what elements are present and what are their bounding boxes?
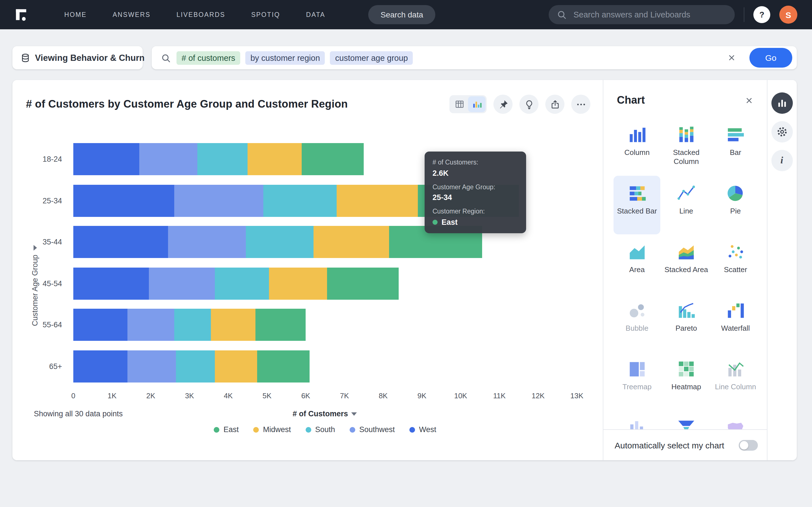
nav-divider — [744, 7, 744, 22]
chart-type-bar[interactable]: Bar — [712, 117, 759, 176]
chart-type-treemap[interactable]: Treemap — [613, 351, 661, 410]
chart-type-area[interactable]: Area — [613, 234, 661, 293]
chart-view-button[interactable] — [468, 96, 486, 112]
legend-item-midwest[interactable]: Midwest — [253, 425, 291, 434]
chart-row: 45-54 — [12, 263, 603, 304]
data-source-selector[interactable]: Viewing Behavior & Churn — [12, 46, 143, 69]
chart-type-funnel-chart[interactable] — [663, 410, 710, 429]
data-points-note: Showing all 30 data points — [34, 409, 123, 418]
pin-button[interactable] — [493, 95, 513, 114]
chart-type-pie[interactable]: Pie — [712, 176, 759, 234]
bar-segment-west[interactable] — [73, 185, 174, 217]
nav-item-home[interactable]: HOME — [64, 11, 87, 18]
legend-item-west[interactable]: West — [409, 425, 436, 434]
bar-segment-south[interactable] — [176, 350, 214, 383]
chart-view-icon — [472, 99, 482, 109]
clear-search-icon[interactable] — [724, 50, 739, 65]
settings-button[interactable] — [771, 121, 793, 143]
go-button[interactable]: Go — [749, 48, 792, 68]
more-button[interactable] — [571, 95, 591, 114]
chart-type-column[interactable]: Column — [613, 117, 661, 176]
chart-type-label: Treemap — [622, 383, 652, 392]
bar-segment-west[interactable] — [73, 144, 139, 175]
bar-segment-midwest[interactable] — [313, 226, 389, 258]
nav-item-answers[interactable]: ANSWERS — [112, 11, 151, 18]
bar-segment-southwest[interactable] — [168, 226, 246, 258]
table-view-button[interactable] — [451, 96, 468, 112]
legend-item-east[interactable]: East — [214, 425, 239, 434]
chart-tooltip: # of Customers: 2.6K Customer Age Group:… — [424, 152, 526, 233]
chart-type-line[interactable]: Line — [663, 176, 710, 234]
bar-segment-midwest[interactable] — [337, 185, 418, 217]
chart-type-stacked-area[interactable]: Stacked Area — [663, 234, 710, 293]
search-data-button[interactable]: Search data — [368, 5, 436, 24]
avatar[interactable]: S — [779, 6, 797, 24]
chart-type-scatter[interactable]: Scatter — [712, 234, 759, 293]
chart-type-bubble[interactable]: Bubble — [613, 293, 661, 351]
close-panel-button[interactable] — [741, 93, 757, 108]
answer-toolbar — [449, 95, 591, 114]
chart-type-grouped-bar-chart[interactable] — [613, 410, 661, 429]
chart-type-geo-map-chart[interactable] — [712, 410, 759, 429]
bar-segment-southwest[interactable] — [149, 268, 215, 300]
bar-segment-west[interactable] — [73, 226, 168, 258]
bar-segment-west[interactable] — [73, 350, 128, 383]
bar-segment-south[interactable] — [174, 309, 211, 341]
bar-segment-east[interactable] — [302, 144, 364, 175]
chart-config-button[interactable] — [771, 93, 793, 114]
legend-label: East — [223, 425, 239, 434]
bar-segment-west[interactable] — [73, 268, 149, 300]
query-token-attribute[interactable]: by customer region — [245, 51, 325, 64]
bar-segment-west[interactable] — [73, 309, 128, 341]
help-button[interactable]: ? — [753, 6, 770, 23]
chart-type-heatmap[interactable]: Heatmap — [663, 351, 710, 410]
nav-item-liveboards[interactable]: LIVEBOARDS — [176, 11, 225, 18]
bar-segment-south[interactable] — [214, 268, 269, 300]
table-view-icon — [454, 99, 464, 109]
bar-segment-south[interactable] — [197, 144, 248, 175]
bar-segment-east[interactable] — [257, 350, 310, 383]
bar-segment-south[interactable] — [246, 226, 313, 258]
chart-type-line-column[interactable]: Line Column — [712, 351, 759, 410]
legend-item-south[interactable]: South — [306, 425, 335, 434]
bar-segment-east[interactable] — [255, 309, 306, 341]
y-axis-label: 18-24 — [12, 155, 73, 164]
bar-segment-southwest[interactable] — [128, 309, 174, 341]
info-button[interactable]: i — [771, 150, 793, 171]
insights-bulb-button[interactable] — [519, 95, 539, 114]
x-axis-metric-selector[interactable]: # of Customers — [293, 409, 357, 418]
answer-title: # of Customers by Customer Age Group and… — [26, 98, 348, 110]
bar-segment-south[interactable] — [263, 185, 337, 217]
query-token-attribute[interactable]: customer age group — [330, 51, 413, 64]
share-button[interactable] — [545, 95, 564, 114]
chart-type-waterfall[interactable]: Waterfall — [712, 293, 759, 351]
chart-type-pareto[interactable]: Pareto — [663, 293, 710, 351]
legend-label: South — [315, 425, 335, 434]
x-tick: 6K — [301, 392, 310, 400]
bar-segment-midwest[interactable] — [269, 268, 327, 300]
bar-segment-southwest[interactable] — [139, 144, 197, 175]
global-search[interactable] — [549, 5, 735, 24]
bar-segment-midwest[interactable] — [211, 309, 255, 341]
more-icon — [575, 99, 586, 110]
bar-segment-midwest[interactable] — [214, 350, 257, 383]
bar-segment-east[interactable] — [327, 268, 399, 300]
x-tick: 2K — [146, 392, 155, 400]
geo-map-chart-icon — [726, 417, 745, 429]
thoughtspot-logo[interactable] — [13, 6, 31, 23]
query-search-bar[interactable]: # of customersby customer regioncustomer… — [152, 46, 797, 69]
chart-type-stacked-column[interactable]: Stacked Column — [663, 117, 710, 176]
bar-segment-midwest[interactable] — [248, 144, 302, 175]
legend-item-southwest[interactable]: Southwest — [350, 425, 395, 434]
chart-type-stacked-bar[interactable]: Stacked Bar — [613, 176, 661, 234]
chart-type-label: Stacked Bar — [617, 207, 657, 216]
nav-item-spotiq[interactable]: SPOTIQ — [251, 11, 280, 18]
nav-item-data[interactable]: DATA — [306, 11, 325, 18]
global-search-input[interactable] — [572, 10, 727, 20]
side-rail: i — [767, 80, 796, 460]
bar-segment-southwest[interactable] — [174, 185, 263, 217]
bar-segment-southwest[interactable] — [128, 350, 176, 383]
chart-type-label: Heatmap — [671, 383, 701, 392]
query-token-measure[interactable]: # of customers — [176, 51, 240, 64]
auto-select-toggle[interactable] — [739, 440, 758, 450]
